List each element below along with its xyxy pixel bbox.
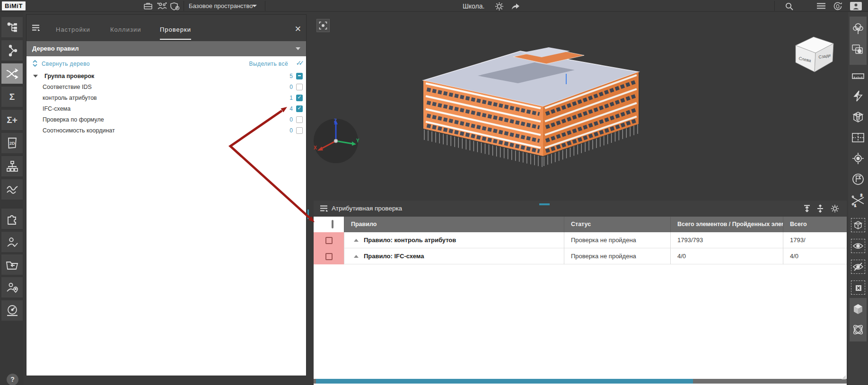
floorplan-icon[interactable] (850, 129, 867, 146)
axis-gizmo[interactable]: Z X Y (312, 117, 359, 165)
tree-item-count: 0 (288, 127, 293, 134)
search-icon[interactable] (785, 2, 794, 11)
tree-item-checkbox[interactable] (296, 73, 303, 79)
tree-item-coords[interactable]: Соотносимость координат 0 (26, 125, 306, 136)
sheet-2d-icon[interactable]: 2D (1, 133, 23, 153)
structure-chart-icon[interactable] (1, 156, 23, 176)
section-axes-icon[interactable]: 12 (850, 192, 867, 210)
briefcase-icon[interactable] (143, 2, 153, 10)
rules-tree-section-bar[interactable]: Дерево правил (26, 41, 306, 56)
collapse-tree-link[interactable]: Свернуть дерево (42, 61, 90, 67)
column-header-totals[interactable]: Всего элементов / Пройденных элементов (670, 217, 783, 232)
cell-totals: 4/0 (670, 248, 783, 264)
panel-menu-icon[interactable] (31, 24, 41, 32)
workspace-selector-label: Базовое пространство (189, 2, 253, 9)
close-icon[interactable]: ✕ (295, 25, 301, 33)
measure-ruler-icon[interactable] (850, 68, 867, 85)
sheet-2d-label: 2D (9, 141, 15, 146)
tab-checks[interactable]: Проверки (160, 26, 191, 40)
dashboard-gauge-icon[interactable] (1, 300, 23, 321)
tree-item-ids[interactable]: Соответствие IDS 0 (26, 81, 306, 92)
clear-selection-icon[interactable] (850, 279, 867, 296)
panel-resize-handle[interactable] (539, 203, 550, 205)
settings-gear-icon[interactable] (831, 204, 839, 213)
show-eye-icon[interactable] (850, 237, 867, 254)
export-folder-icon[interactable] (1, 254, 23, 275)
axis-x-label: X (314, 145, 317, 150)
fit-height-icon[interactable] (803, 204, 811, 213)
top-bar: BiMiT Базовое пространство Школа. (0, 0, 868, 12)
tree-item-checkbox[interactable] (296, 95, 303, 101)
table-row[interactable]: Правило: контроль атрибутов Проверка не … (314, 232, 847, 248)
tree-item-label: Группа проверок (44, 73, 94, 79)
tree-item-group[interactable]: Группа проверок 5 (26, 70, 306, 81)
app-logo[interactable]: BiMiT (2, 1, 26, 10)
share-icon[interactable] (510, 2, 520, 10)
environment-tree-icon[interactable] (850, 20, 867, 37)
flag-icon[interactable] (850, 171, 867, 188)
column-header-rule[interactable]: Правило (344, 217, 564, 232)
region-select-icon[interactable] (850, 41, 867, 58)
tree-item-formula[interactable]: Проверка по формуле 0 (26, 114, 306, 125)
tree-item-checkbox[interactable] (296, 127, 303, 134)
tree-item-attr-control[interactable]: контроль атрибутов 1 (26, 92, 306, 103)
rules-tree: Группа проверок 5 Соответствие IDS 0 кон… (26, 70, 306, 136)
relations-icon[interactable] (1, 40, 23, 61)
model-tree-icon[interactable] (1, 17, 23, 37)
row-checkbox[interactable] (325, 237, 333, 244)
account-icon[interactable] (850, 2, 862, 10)
person-check-icon[interactable] (1, 232, 23, 252)
shield-sync-icon[interactable] (170, 2, 180, 11)
view-cube-mode-icon[interactable] (850, 300, 867, 317)
team-icon[interactable] (156, 2, 167, 10)
panel-resize-grip[interactable] (842, 375, 846, 379)
flash-icon[interactable] (850, 88, 867, 105)
section-cube-icon[interactable] (850, 108, 867, 125)
select-all-checkbox[interactable] (332, 220, 333, 228)
graphs-icon[interactable] (1, 179, 23, 200)
row-checkbox[interactable] (325, 253, 333, 260)
column-header-totals2[interactable]: Всего (783, 217, 847, 232)
checks-panel-header: Настройки Коллизии Проверки ✕ (26, 15, 306, 41)
notifications-sync-icon[interactable] (833, 2, 843, 11)
list-icon[interactable] (816, 2, 826, 10)
sum-plus-icon[interactable]: Σ+ (1, 110, 23, 130)
orbit-icon[interactable] (850, 321, 867, 338)
sum-icon[interactable]: Σ (1, 87, 23, 107)
settings-gear-icon[interactable] (495, 2, 504, 11)
column-header-status[interactable]: Статус (564, 217, 670, 232)
expander-icon[interactable] (33, 75, 38, 78)
tab-settings[interactable]: Настройки (56, 26, 90, 39)
scrollbar-thumb[interactable] (316, 379, 693, 384)
panel-menu-icon[interactable] (319, 204, 329, 213)
locate-target-icon[interactable] (850, 150, 867, 167)
hide-eye-off-icon[interactable] (850, 258, 867, 275)
tree-item-count: 4 (288, 105, 293, 112)
tree-item-checkbox[interactable] (296, 116, 303, 123)
panel-scrollbar-thumb[interactable] (307, 210, 309, 219)
row-height-icon[interactable] (816, 204, 824, 213)
attribute-check-panel: Атрибутивная проверка Правило Статус Все… (314, 201, 847, 385)
chevron-down-icon (252, 5, 257, 7)
help-button[interactable]: ? (7, 374, 18, 385)
horizontal-scrollbar[interactable] (314, 379, 847, 384)
table-row[interactable]: Правило: IFC-схема Проверка не пройдена … (314, 248, 847, 264)
view-cube[interactable]: Слева Сзади (794, 32, 836, 76)
double-check-icon[interactable]: ✓✓ (296, 59, 301, 67)
project-title: Школа. (463, 2, 484, 10)
left-toolbar: Σ Σ+ 2D ? (0, 12, 24, 385)
checks-icon[interactable] (1, 63, 23, 84)
tab-collisions[interactable]: Коллизии (110, 26, 141, 39)
cell-rule: Правило: контроль атрибутов (344, 232, 564, 248)
plugins-puzzle-icon[interactable] (1, 209, 23, 229)
select-box-icon[interactable] (850, 217, 867, 234)
table-header-checkbox-cell (314, 217, 344, 232)
tree-item-checkbox[interactable] (296, 105, 303, 112)
right-toolbar: 12 (848, 12, 868, 385)
tree-utility-row: Свернуть дерево Выделить всё ✓✓ (26, 58, 306, 70)
cell-totals2: 4/0 (783, 248, 847, 264)
select-all-link[interactable]: Выделить всё (249, 61, 288, 67)
tree-item-ifc-schema[interactable]: IFC-схема 4 (26, 103, 306, 114)
person-location-icon[interactable] (1, 277, 23, 298)
tree-item-checkbox[interactable] (296, 84, 303, 90)
